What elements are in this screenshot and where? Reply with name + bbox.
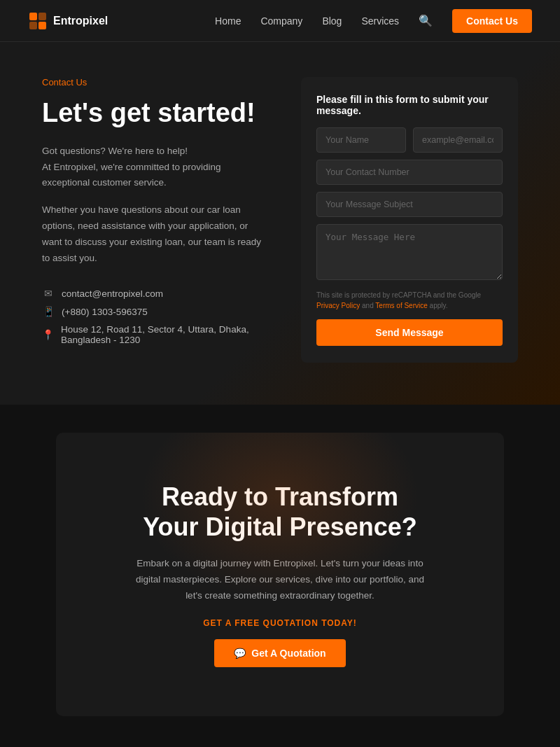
name-input[interactable]	[316, 127, 406, 153]
search-icon[interactable]: 🔍	[419, 14, 433, 27]
quotation-icon: 💬	[234, 648, 246, 659]
contact-email-item: ✉ contact@entropixel.com	[42, 288, 266, 299]
contact-section: Contact Us Let's get started! Got questi…	[0, 42, 560, 405]
get-quotation-button[interactable]: 💬 Get A Quotation	[214, 639, 345, 667]
nav-services[interactable]: Services	[361, 15, 399, 27]
location-icon: 📍	[42, 329, 54, 340]
nav-links: Home Company Blog Services 🔍 Contact Us	[215, 9, 532, 33]
contact-info: ✉ contact@entropixel.com 📱 (+880) 1303-5…	[42, 288, 266, 345]
svg-rect-3	[38, 22, 46, 29]
svg-rect-1	[38, 13, 46, 20]
cta-wrapper: Ready to Transform Your Digital Presence…	[0, 433, 560, 716]
logo-icon	[28, 11, 48, 31]
brand-name: Entropixel	[53, 15, 108, 27]
svg-rect-0	[29, 13, 37, 20]
form-name-email-row	[316, 127, 503, 153]
contact-address: House 12, Road 11, Sector 4, Uttara, Dha…	[61, 324, 266, 345]
email-icon: ✉	[42, 288, 55, 299]
privacy-policy-link[interactable]: Privacy Policy	[316, 302, 360, 309]
email-input[interactable]	[413, 127, 503, 153]
cta-title: Ready to Transform Your Digital Presence…	[84, 482, 476, 542]
phone-input[interactable]	[316, 160, 503, 185]
breadcrumb: Contact Us	[42, 77, 266, 88]
contact-form-panel: Please fill in this form to submit your …	[301, 77, 518, 363]
send-message-button[interactable]: Send Message	[316, 319, 503, 346]
message-textarea[interactable]	[316, 224, 503, 280]
contact-phone-item: 📱 (+880) 1303-596375	[42, 306, 266, 317]
svg-rect-2	[29, 22, 37, 29]
contact-email: contact@entropixel.com	[62, 288, 163, 299]
contact-desc1: Got questions? We're here to help!At Ent…	[42, 144, 266, 192]
contact-left: Contact Us Let's get started! Got questi…	[42, 77, 280, 363]
nav-company[interactable]: Company	[260, 15, 302, 27]
contact-desc2: Whether you have questions about our car…	[42, 202, 266, 267]
contact-phone: (+880) 1303-596375	[62, 307, 148, 317]
cta-free-label: GET A FREE QUOTATION TODAY!	[84, 618, 476, 628]
contact-title: Let's get started!	[42, 97, 266, 130]
terms-link[interactable]: Terms of Service	[375, 302, 427, 309]
cta-desc: Embark on a digital journey with Entropi…	[133, 556, 427, 604]
phone-icon: 📱	[42, 306, 55, 317]
contact-address-item: 📍 House 12, Road 11, Sector 4, Uttara, D…	[42, 324, 266, 345]
form-title: Please fill in this form to submit your …	[316, 94, 503, 116]
logo[interactable]: Entropixel	[28, 11, 108, 31]
contact-us-button[interactable]: Contact Us	[452, 9, 532, 33]
breadcrumb-text: Contact Us	[42, 77, 87, 88]
navbar: Entropixel Home Company Blog Services 🔍 …	[0, 0, 560, 42]
recaptcha-text: This site is protected by reCAPTCHA and …	[316, 290, 503, 311]
nav-home[interactable]: Home	[215, 15, 241, 27]
subject-input[interactable]	[316, 192, 503, 217]
cta-section: Ready to Transform Your Digital Presence…	[56, 433, 504, 716]
nav-blog[interactable]: Blog	[322, 15, 342, 27]
